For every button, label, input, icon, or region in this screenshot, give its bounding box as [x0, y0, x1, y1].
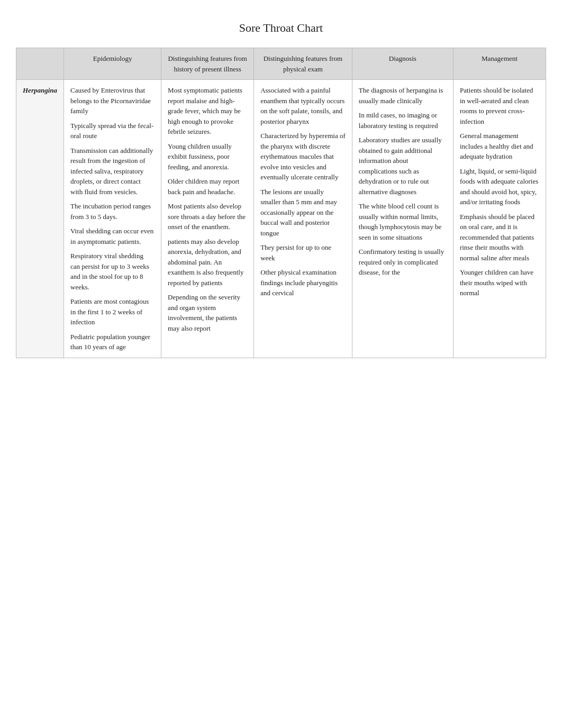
- cell-management: Patients should be isolated in well-aera…: [453, 80, 546, 358]
- cell-epidemiology: Caused by Enterovirus that belongs to th…: [64, 80, 161, 358]
- header-row: Epidemiology Distinguishing features fro…: [16, 48, 546, 80]
- row-label: Herpangina: [16, 80, 64, 358]
- cell-physical: Associated with a painful enanthem that …: [254, 80, 352, 358]
- header-diagnosis: Diagnosis: [352, 48, 453, 80]
- table-row: HerpanginaCaused by Enterovirus that bel…: [16, 80, 546, 358]
- header-physical: Distinguishing features from physical ex…: [254, 48, 352, 80]
- cell-history: Most symptomatic patients report malaise…: [161, 80, 254, 358]
- header-history: Distinguishing features from history of …: [161, 48, 254, 80]
- header-management: Management: [453, 48, 546, 80]
- page-title: Sore Throat Chart: [16, 21, 546, 35]
- header-epidemiology: Epidemiology: [64, 48, 161, 80]
- header-col0: [16, 48, 64, 80]
- sore-throat-table: Epidemiology Distinguishing features fro…: [16, 48, 546, 358]
- cell-diagnosis: The diagnosis of herpangina is usually m…: [352, 80, 453, 358]
